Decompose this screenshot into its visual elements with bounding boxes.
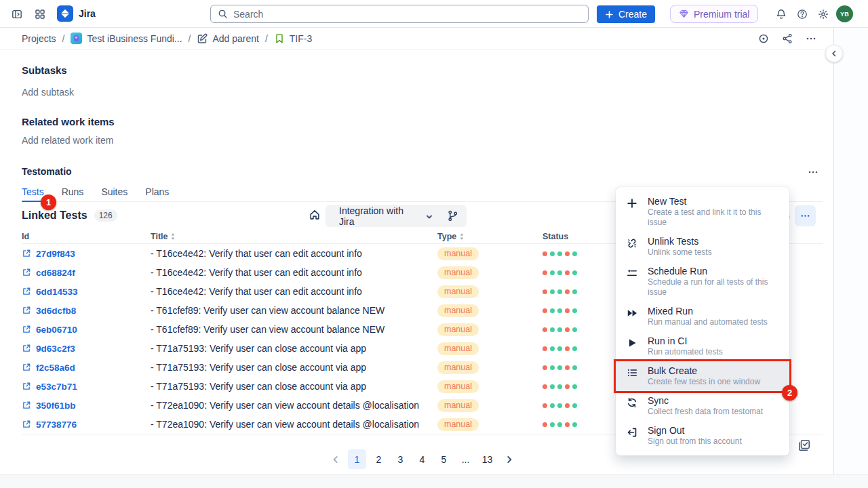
- top-navigation-bar: Jira Search Create Premium trial YB: [0, 0, 868, 28]
- issue-actions: [755, 30, 820, 47]
- premium-trial-button[interactable]: Premium trial: [670, 5, 758, 23]
- testomatio-more-button[interactable]: [804, 163, 822, 181]
- menu-item-new-test[interactable]: New TestCreate a test and link it it to …: [616, 192, 789, 232]
- app-switcher-button[interactable]: [31, 5, 49, 23]
- test-id-link[interactable]: 57738776: [22, 420, 151, 430]
- ellipsis-icon: [800, 211, 810, 221]
- home-button[interactable]: [309, 209, 322, 222]
- collapse-panel-button[interactable]: [825, 45, 843, 62]
- test-title: - T61cfef89: Verify user can view accoun…: [151, 305, 437, 316]
- menu-item-text: Bulk CreateCreate few tests in one windo…: [648, 365, 760, 387]
- add-related-work-item-button[interactable]: Add related work item: [22, 135, 113, 146]
- menu-item-label: New Test: [648, 195, 778, 207]
- settings-button[interactable]: [814, 5, 832, 23]
- watch-icon: [758, 33, 769, 44]
- play-icon: [627, 338, 637, 348]
- menu-item-unlink-tests[interactable]: Unlink TestsUnlink some tests: [616, 232, 789, 262]
- gem-icon: [679, 9, 689, 19]
- test-title: - T71a75193: Verify user can close accou…: [151, 381, 437, 392]
- menu-item-label: Bulk Create: [648, 365, 760, 377]
- menu-item-run-in-ci[interactable]: Run in CIRun automated tests: [616, 331, 789, 361]
- page-button-5[interactable]: 5: [435, 449, 453, 469]
- type-badge: manual: [437, 285, 479, 298]
- page-button-2[interactable]: 2: [370, 449, 388, 469]
- linked-tests-header: Linked Tests 126: [22, 209, 117, 222]
- help-button[interactable]: [793, 5, 811, 23]
- bulk-create-icon: [627, 367, 637, 378]
- add-subtask-button[interactable]: Add subtask: [22, 87, 74, 98]
- test-id-link[interactable]: e53c7b71: [22, 382, 151, 392]
- menu-item-sync[interactable]: SyncCollect fresh data from testomat: [616, 391, 789, 421]
- page-button-3[interactable]: 3: [391, 449, 410, 469]
- more-actions-button[interactable]: [802, 30, 820, 47]
- test-id-link[interactable]: cd68824f: [22, 268, 151, 278]
- status-dot: [572, 403, 577, 408]
- next-page-button[interactable]: [500, 449, 518, 469]
- page-button-1[interactable]: 1: [348, 449, 366, 469]
- linked-tests-more-button[interactable]: [795, 205, 816, 226]
- menu-item-label: Sync: [648, 394, 763, 407]
- test-id-link[interactable]: 9d63c2f3: [22, 344, 151, 354]
- bell-icon: [776, 9, 787, 20]
- breadcrumb-project-link[interactable]: Test iBusiness Fundi...: [71, 33, 182, 44]
- create-button[interactable]: Create: [597, 5, 655, 23]
- tab-runs[interactable]: Runs: [62, 186, 84, 203]
- breadcrumb-projects-link[interactable]: Projects: [22, 33, 56, 44]
- breadcrumb-issue-key[interactable]: TIF-3: [274, 33, 312, 44]
- test-id-link[interactable]: 350f61bb: [22, 401, 151, 411]
- status-dot: [572, 384, 577, 389]
- column-header-type[interactable]: Type: [437, 232, 542, 241]
- jira-brand[interactable]: Jira: [57, 5, 96, 22]
- column-header-title[interactable]: Title: [151, 232, 437, 241]
- status-dot: [572, 422, 577, 427]
- external-link-icon: [22, 268, 31, 277]
- test-id-link[interactable]: 27d9f843: [22, 249, 151, 259]
- share-button[interactable]: [778, 30, 796, 47]
- column-header-id[interactable]: Id: [22, 232, 151, 241]
- test-id-link[interactable]: 3d6dcfb8: [22, 306, 151, 316]
- sign-out-icon: [627, 427, 637, 438]
- project-selector[interactable]: Integration with Jira: [326, 205, 467, 227]
- status-dot: [557, 346, 562, 351]
- user-avatar[interactable]: YB: [836, 5, 853, 22]
- testomatio-heading: Testomatio: [22, 166, 72, 177]
- status-dot: [550, 384, 555, 389]
- plus-icon: [627, 198, 637, 209]
- breadcrumb-separator: /: [265, 33, 268, 44]
- type-badge: manual: [437, 361, 479, 374]
- status-dot: [572, 346, 577, 351]
- add-parent-button[interactable]: Add parent: [197, 33, 259, 44]
- test-type-cell: manual: [437, 266, 542, 279]
- chevron-left-icon: [331, 455, 340, 464]
- test-type-cell: manual: [437, 285, 542, 298]
- tab-suites[interactable]: Suites: [101, 186, 127, 203]
- menu-item-bulk-create[interactable]: Bulk CreateCreate few tests in one windo…: [616, 361, 789, 391]
- prev-page-button[interactable]: [326, 449, 344, 469]
- status-dot: [542, 422, 547, 427]
- test-id-link[interactable]: 6dd14533: [22, 287, 151, 297]
- page-button-13[interactable]: 13: [478, 449, 496, 469]
- app-grid-icon: [35, 9, 45, 20]
- notifications-button[interactable]: [772, 5, 790, 23]
- search-input[interactable]: Search: [210, 5, 589, 23]
- external-link-icon: [22, 344, 31, 353]
- menu-item-schedule-run[interactable]: Schedule RunSchedule a run for all tests…: [616, 262, 789, 302]
- sidebar-toggle-button[interactable]: [8, 5, 26, 23]
- tab-plans[interactable]: Plans: [145, 186, 169, 203]
- test-id-text: e53c7b71: [36, 382, 77, 392]
- test-id-link[interactable]: 6eb06710: [22, 325, 151, 335]
- sync-icon: [627, 397, 637, 408]
- test-type-cell: manual: [437, 361, 542, 374]
- status-dot: [542, 270, 547, 275]
- page-button-4[interactable]: 4: [413, 449, 431, 469]
- status-dot: [557, 289, 562, 294]
- branch-button[interactable]: [447, 210, 458, 222]
- watch-button[interactable]: [755, 30, 772, 47]
- status-dot: [557, 403, 562, 408]
- status-dot: [572, 365, 577, 370]
- menu-item-text: Unlink TestsUnlink some tests: [648, 235, 712, 258]
- menu-item-mixed-run[interactable]: Mixed RunRun manual and automated tests: [616, 302, 789, 331]
- test-report-button[interactable]: [797, 439, 812, 453]
- menu-item-sign-out[interactable]: Sign OutSign out from this account: [616, 421, 789, 451]
- test-id-link[interactable]: f2c58a6d: [22, 363, 151, 373]
